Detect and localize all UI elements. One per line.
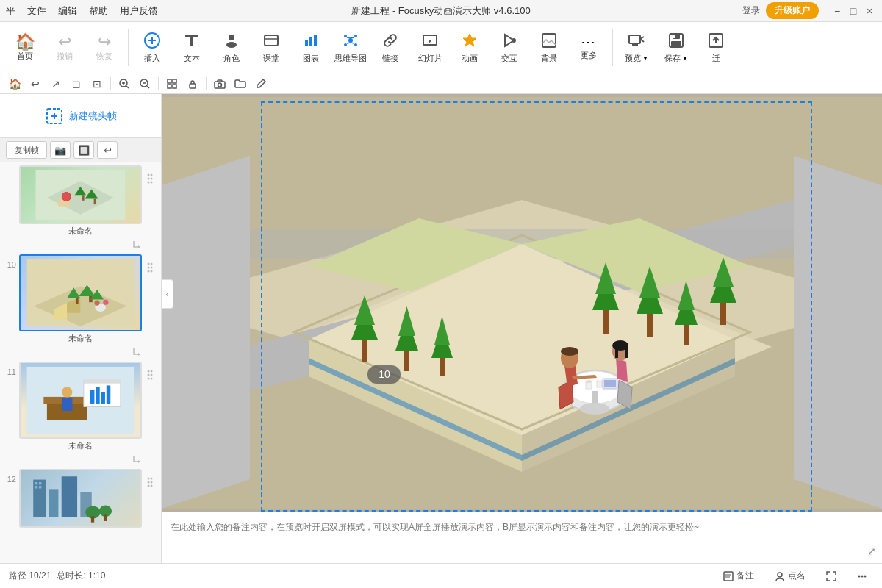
ct-edit-btn[interactable] bbox=[252, 75, 270, 93]
slide-thumb-11[interactable] bbox=[19, 362, 142, 439]
preview-icon bbox=[628, 32, 645, 52]
menu-feedback[interactable]: 用户反馈 bbox=[120, 4, 158, 18]
toolbar-animation-label: 动画 bbox=[462, 54, 478, 63]
svg-line-20 bbox=[351, 43, 354, 43]
sidebar: 新建镜头帧 ▾ 复制帧 📷 🔲 ↩ bbox=[0, 94, 162, 563]
slide-item-12[interactable]: 12 bbox=[3, 469, 158, 529]
ct-back-btn[interactable]: ↩ bbox=[26, 75, 44, 93]
toolbar-background[interactable]: 背景 bbox=[530, 25, 568, 71]
maximize-button[interactable]: □ bbox=[847, 4, 860, 18]
copy-frame-btn[interactable]: 复制帧 bbox=[6, 141, 47, 159]
drag-handle-10[interactable] bbox=[142, 254, 158, 275]
sidebar-collapse-button[interactable]: ‹ bbox=[162, 279, 173, 309]
toolbar-slides[interactable]: 幻灯片 bbox=[411, 25, 449, 71]
note-expand-btn[interactable]: ⤢ bbox=[867, 545, 876, 557]
frame-size-btn[interactable]: 🔲 bbox=[74, 141, 94, 159]
close-button[interactable]: × bbox=[863, 4, 876, 18]
toolbar-insert[interactable]: 插入 bbox=[133, 25, 171, 71]
slide-item-10[interactable]: 10 bbox=[3, 254, 158, 344]
slide-name-unnamed: 未命名 bbox=[19, 226, 142, 237]
ct-lock-btn[interactable] bbox=[184, 75, 201, 93]
ct-camera-btn[interactable] bbox=[211, 75, 229, 93]
slide-item-unnamed[interactable]: 未命名 bbox=[3, 165, 158, 237]
toolbar-sep-2 bbox=[612, 29, 613, 66]
slide-thumb-10[interactable] bbox=[19, 254, 142, 331]
toolbar-chart[interactable]: 图表 bbox=[292, 25, 330, 71]
toolbar-mindmap[interactable]: 思维导图 bbox=[331, 25, 370, 71]
svg-point-5 bbox=[229, 35, 234, 40]
toolbar-animation[interactable]: 动画 bbox=[451, 25, 489, 71]
slide-number-blank bbox=[3, 165, 19, 171]
menu-edit[interactable]: 编辑 bbox=[58, 4, 77, 18]
ct-folder-btn[interactable] bbox=[232, 75, 249, 93]
toolbar-undo[interactable]: ↩ 撤销 bbox=[46, 25, 84, 71]
ct-rect2-btn[interactable]: ⊡ bbox=[88, 75, 106, 93]
animation-icon bbox=[461, 32, 478, 52]
toolbar-text[interactable]: 文本 bbox=[173, 25, 211, 71]
svg-marker-169 bbox=[616, 358, 628, 382]
toolbar-slides-label: 幻灯片 bbox=[418, 54, 442, 63]
svg-rect-45 bbox=[168, 85, 171, 88]
toolbar-home[interactable]: 🏠 首页 bbox=[6, 25, 44, 71]
toolbar-link[interactable]: 链接 bbox=[371, 25, 409, 71]
slide-thumb-wrapper-unnamed: 未命名 bbox=[19, 165, 142, 237]
login-button[interactable]: 登录 bbox=[742, 4, 760, 17]
ct-forward-btn[interactable]: ↗ bbox=[47, 75, 65, 93]
toolbar-export[interactable]: 迁 bbox=[697, 25, 735, 71]
ct-home-btn[interactable]: 🏠 bbox=[6, 75, 24, 93]
svg-rect-46 bbox=[173, 85, 176, 88]
note-area: ⤢ bbox=[162, 512, 882, 563]
menu-ping[interactable]: 平 bbox=[6, 4, 15, 18]
slide-thumb-wrapper-10: 未命名 bbox=[19, 254, 142, 344]
toolbar-class[interactable]: 课堂 bbox=[252, 25, 290, 71]
toolbar-interact[interactable]: 交互 bbox=[490, 25, 528, 71]
thumb-svg-unnamed bbox=[26, 170, 135, 220]
toolbar-redo[interactable]: ↪ 恢复 bbox=[85, 25, 123, 71]
canvas-area[interactable]: 10 🏠 ◀ 10/21 ▶ ⤢ bbox=[162, 94, 882, 563]
ct-rect-btn[interactable]: ◻ bbox=[68, 75, 85, 93]
slide-thumb-unnamed[interactable] bbox=[19, 165, 142, 224]
toolbar-role[interactable]: 角色 bbox=[212, 25, 251, 71]
drag-handle-12[interactable] bbox=[142, 469, 158, 490]
upgrade-button[interactable]: 升级账户 bbox=[766, 2, 819, 19]
svg-point-12 bbox=[348, 38, 353, 43]
slide-item-11[interactable]: 11 bbox=[3, 362, 158, 451]
toolbar-save[interactable]: 保存 ▼ bbox=[657, 25, 695, 71]
toolbar-export-label: 迁 bbox=[712, 54, 720, 63]
menu-file[interactable]: 文件 bbox=[27, 4, 46, 18]
svg-point-84 bbox=[148, 270, 150, 273]
ct-zoomin-btn[interactable] bbox=[115, 75, 133, 93]
new-frame-icon bbox=[44, 106, 65, 126]
svg-rect-94 bbox=[90, 390, 94, 404]
fullscreen-btn[interactable] bbox=[820, 570, 842, 583]
svg-point-64 bbox=[151, 178, 153, 180]
drag-handle-unnamed[interactable] bbox=[142, 165, 158, 186]
svg-text:10: 10 bbox=[379, 368, 390, 380]
mark-statusbar-btn[interactable]: 点名 bbox=[769, 568, 811, 584]
note-statusbar-btn[interactable]: 备注 bbox=[717, 568, 760, 584]
new-frame-button[interactable]: 新建镜头帧 ▾ bbox=[0, 94, 161, 138]
drag-handle-11[interactable] bbox=[142, 362, 158, 382]
note-statusbar-icon bbox=[723, 571, 734, 581]
toolbar-undo-label: 撤销 bbox=[57, 51, 73, 61]
thumb-svg-11 bbox=[26, 367, 135, 434]
ct-grid-btn[interactable] bbox=[163, 75, 181, 93]
svg-point-80 bbox=[148, 263, 150, 265]
ct-zoomout-btn[interactable] bbox=[136, 75, 154, 93]
svg-rect-59 bbox=[94, 198, 96, 204]
main-toolbar: 🏠 首页 ↩ 撤销 ↪ 恢复 插入 文本 角色 bbox=[0, 22, 882, 74]
minimize-button[interactable]: − bbox=[831, 4, 844, 18]
toolbar-more[interactable]: ⋯ 更多 bbox=[570, 25, 608, 71]
more-statusbar-btn[interactable] bbox=[851, 570, 873, 583]
slide-thumb-12[interactable] bbox=[19, 469, 142, 528]
svg-rect-107 bbox=[39, 482, 41, 484]
insert-icon bbox=[143, 32, 161, 52]
undo-frame-btn[interactable]: ↩ bbox=[97, 141, 118, 159]
toolbar-group-nav: 🏠 首页 ↩ 撤销 ↪ 恢复 bbox=[6, 25, 123, 71]
toolbar-class-label: 课堂 bbox=[263, 54, 279, 63]
screenshot-btn[interactable]: 📷 bbox=[50, 141, 71, 159]
menu-help[interactable]: 帮助 bbox=[89, 4, 108, 18]
toolbar-preview[interactable]: 预览 ▼ bbox=[617, 25, 656, 71]
note-input[interactable] bbox=[168, 518, 854, 557]
export-icon bbox=[707, 32, 725, 52]
